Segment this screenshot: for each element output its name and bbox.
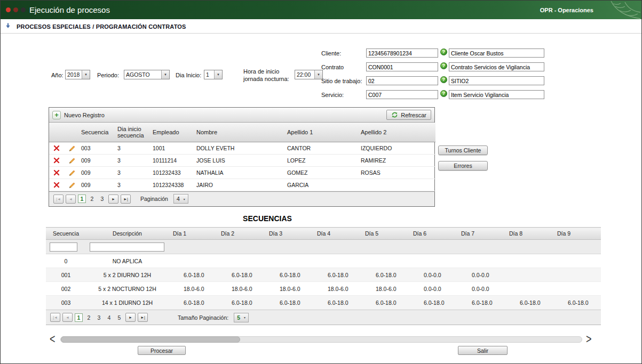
period-select[interactable]: AGOSTO ▼ bbox=[124, 70, 170, 79]
salir-button[interactable]: Salir bbox=[458, 346, 508, 355]
pager-page-2[interactable]: 2 bbox=[85, 314, 93, 321]
cell-dia-2 bbox=[217, 254, 265, 268]
secuencia-filter-input[interactable] bbox=[50, 242, 77, 252]
pager-first-button[interactable]: |◄ bbox=[53, 195, 64, 204]
cell-dia-8 bbox=[505, 254, 553, 268]
window-title: Ejecución de procesos bbox=[29, 5, 110, 14]
window-button-maroon[interactable] bbox=[13, 7, 18, 12]
edit-row-icon[interactable] bbox=[67, 156, 76, 164]
refresh-icon bbox=[391, 111, 398, 118]
cell-dia-6 bbox=[409, 254, 457, 268]
column-header-dia-3: Día 3 bbox=[265, 228, 313, 240]
cell-secuencia: 009 bbox=[79, 179, 115, 191]
contrato-help-icon[interactable]: ? bbox=[440, 62, 447, 69]
delete-row-icon[interactable] bbox=[52, 144, 61, 152]
column-header-dia-1: Día 1 bbox=[169, 228, 217, 240]
horizontal-scrollbar-track[interactable] bbox=[60, 336, 582, 343]
contrato-name-input[interactable] bbox=[449, 62, 544, 71]
page-size-dropdown[interactable]: 4 ▾ bbox=[173, 194, 188, 204]
secuencias-title: SECUENCIAS bbox=[46, 214, 489, 223]
year-select[interactable]: 2018 ▼ bbox=[65, 70, 90, 79]
horizontal-scrollbar-thumb[interactable] bbox=[61, 336, 240, 343]
servicio-name-input[interactable] bbox=[449, 90, 544, 99]
window-button-red[interactable] bbox=[6, 7, 11, 12]
cell-dia-inicio: 3 bbox=[115, 166, 150, 179]
sitio-name-input[interactable] bbox=[449, 76, 544, 85]
new-record-button[interactable]: + Nuevo Registro bbox=[52, 111, 105, 119]
cell-dia-7: 0.0-0.0 bbox=[457, 268, 505, 282]
servicio-help-icon[interactable]: ? bbox=[440, 90, 447, 97]
sitio-code-input[interactable] bbox=[366, 76, 438, 85]
cliente-name-input[interactable] bbox=[449, 48, 544, 58]
pager-next-button[interactable]: ► bbox=[108, 195, 118, 204]
sitio-help-icon[interactable]: ? bbox=[440, 76, 447, 83]
pager-first-button[interactable]: |◄ bbox=[50, 313, 60, 322]
cliente-code-input[interactable] bbox=[366, 48, 438, 58]
column-header-dia-inicio: Dia inicio secuencia bbox=[115, 123, 150, 142]
contrato-code-input[interactable] bbox=[366, 62, 438, 71]
edit-row-icon[interactable] bbox=[67, 143, 76, 152]
pager-page-3[interactable]: 3 bbox=[95, 314, 103, 321]
cell-apellido1: LOPEZ bbox=[285, 154, 359, 166]
filter-row bbox=[46, 240, 601, 254]
delete-row-icon[interactable] bbox=[52, 156, 61, 165]
pager-next-button[interactable]: ► bbox=[125, 313, 136, 322]
scroll-right-icon[interactable]: > bbox=[586, 332, 592, 346]
descripcion-filter-input[interactable] bbox=[90, 242, 164, 252]
cell-dia-1: 6.0-18.0 bbox=[169, 268, 217, 282]
cell-dia-5: 6.0-18.0 bbox=[361, 268, 409, 282]
table-row: 003 3 1001 DOLLY EVETH CANTOR IZQUIERDO bbox=[49, 142, 435, 154]
pager-page-3[interactable]: 3 bbox=[98, 195, 106, 203]
cell-descripcion: NO APLICA bbox=[86, 254, 169, 268]
cell-descripcion: 14 x 1 DIURNO 12H bbox=[86, 296, 169, 310]
delete-row-icon[interactable] bbox=[52, 181, 61, 189]
pager-page-2[interactable]: 2 bbox=[88, 195, 96, 203]
pager-last-button[interactable]: ►| bbox=[138, 313, 148, 322]
scroll-left-icon[interactable]: < bbox=[50, 332, 56, 346]
cell-descripcion: 5 x 2 DIURNO 12H bbox=[86, 268, 169, 282]
app-area-label: OPR - Operaciones bbox=[540, 7, 593, 13]
cell-apellido2: IZQUIERDO bbox=[359, 142, 435, 154]
column-header-secuencia: Secuencia bbox=[79, 123, 115, 142]
night-start-select[interactable]: 22:00 ▼ bbox=[295, 70, 323, 79]
sequence-row[interactable]: 0 NO APLICA bbox=[46, 254, 601, 268]
cell-nombre: JAIRO bbox=[194, 179, 285, 191]
pager-page-5[interactable]: 5 bbox=[115, 314, 123, 321]
refresh-button[interactable]: Refrescar bbox=[386, 110, 431, 120]
pager-page-1[interactable]: 1 bbox=[75, 313, 83, 322]
column-header-dia-5: Día 5 bbox=[361, 228, 409, 240]
turnos-cliente-button[interactable]: Turnos Cliente bbox=[438, 145, 488, 155]
period-select-value: AGOSTO bbox=[124, 70, 161, 79]
contrato-label: Contrato bbox=[321, 64, 344, 70]
column-header-dia-6: Día 6 bbox=[409, 228, 457, 240]
pager-prev-button[interactable]: ◄ bbox=[66, 195, 76, 204]
cell-apellido1: GARCIA bbox=[285, 179, 359, 191]
pager-page-4[interactable]: 4 bbox=[105, 314, 113, 321]
cell-dia-8 bbox=[505, 282, 553, 296]
pager-last-button[interactable]: ►| bbox=[121, 195, 131, 204]
cell-empleado: 1012324338 bbox=[150, 179, 194, 191]
night-start-select-value: 22:00 bbox=[295, 70, 314, 79]
cell-secuencia: 0 bbox=[46, 254, 86, 268]
window-button-dark[interactable] bbox=[21, 7, 26, 12]
sequence-row[interactable]: 003 14 x 1 DIURNO 12H 6.0-18.0 6.0-18.0 … bbox=[46, 296, 601, 310]
day-start-select[interactable]: 1 ▼ bbox=[204, 70, 223, 79]
edit-row-icon[interactable] bbox=[67, 180, 76, 189]
column-header-empleado: Empleado bbox=[150, 123, 194, 142]
procesar-button[interactable]: Procesar bbox=[138, 346, 186, 355]
sequence-row[interactable]: 001 5 x 2 DIURNO 12H 6.0-18.0 6.0-18.0 6… bbox=[46, 268, 601, 282]
sequence-row[interactable]: 002 5 x 2 NOCTURNO 12H 18.0-6.0 18.0-6.0… bbox=[46, 282, 601, 296]
delete-row-icon[interactable] bbox=[52, 168, 61, 177]
page-size-dropdown[interactable]: 5 ▾ bbox=[234, 313, 249, 322]
edit-row-icon[interactable] bbox=[67, 168, 76, 176]
page-size-label: Tamaño Paginación: bbox=[178, 314, 228, 321]
servicio-label: Servicio: bbox=[321, 92, 344, 98]
pager-page-1[interactable]: 1 bbox=[78, 195, 86, 203]
pager-prev-button[interactable]: ◄ bbox=[62, 313, 73, 322]
errores-button[interactable]: Errores bbox=[438, 161, 488, 171]
cell-dia-9 bbox=[553, 254, 601, 268]
down-arrow-icon bbox=[5, 22, 11, 29]
new-record-label: Nuevo Registro bbox=[64, 112, 105, 118]
servicio-code-input[interactable] bbox=[366, 90, 438, 99]
cliente-help-icon[interactable]: ? bbox=[440, 48, 447, 55]
